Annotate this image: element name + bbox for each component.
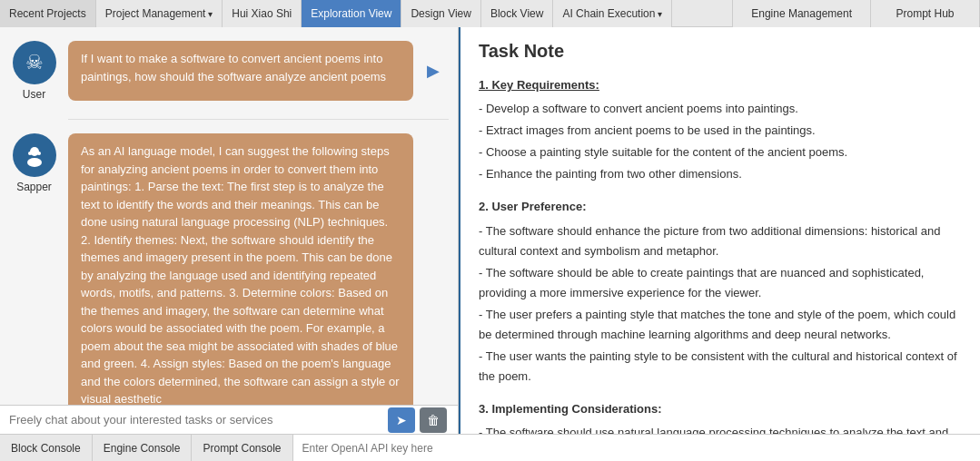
task-item-u3: - The user prefers a painting style that… <box>479 305 962 345</box>
chat-messages: ☠ User If I want to make a software to c… <box>0 27 458 405</box>
sapper-avatar <box>13 133 56 177</box>
scroll-arrow-container: ▶ <box>422 41 444 101</box>
task-section-requirements: 1. Key Requirements: - Develop a softwar… <box>479 75 962 184</box>
sapper-message-bubble: As an AI language model, I can suggest t… <box>68 133 413 405</box>
api-key-input[interactable] <box>293 435 981 462</box>
svg-point-0 <box>30 147 39 156</box>
svg-point-1 <box>27 158 42 167</box>
task-note-panel: Task Note 1. Key Requirements: - Develop… <box>459 27 980 434</box>
user-message-bubble: If I want to make a software to convert … <box>68 41 413 101</box>
task-section-user-preference-title: 2. User Preference: <box>479 197 962 217</box>
top-navigation: Recent Projects Project Management Hui X… <box>0 0 980 27</box>
task-item-u1: - The software should enhance the pictur… <box>479 221 962 261</box>
task-section-implementing-title: 3. Implementing Considerations: <box>479 399 962 419</box>
user-avatar: ☠ <box>13 41 56 84</box>
user-avatar-container: ☠ User <box>9 41 59 101</box>
scroll-arrow-icon[interactable]: ▶ <box>427 61 440 81</box>
task-section-user-preference: 2. User Preference: - The software shoul… <box>479 197 962 387</box>
tab-block-view[interactable]: Block View <box>481 0 553 27</box>
task-note-content: 1. Key Requirements: - Develop a softwar… <box>479 75 962 434</box>
chat-input[interactable] <box>9 413 449 427</box>
task-item-i1: - The software should use natural langua… <box>479 423 962 434</box>
user-label: User <box>23 88 45 101</box>
task-note-title: Task Note <box>479 41 962 62</box>
tab-hui-xiao-shi[interactable]: Hui Xiao Shi <box>223 0 302 27</box>
task-item-u4: - The user wants the painting style to b… <box>479 347 962 387</box>
sapper-message-row: Sapper As an AI language model, I can su… <box>9 133 449 405</box>
task-section-implementing: 3. Implementing Considerations: - The so… <box>479 399 962 434</box>
chat-input-buttons: ➤ 🗑 <box>388 407 447 433</box>
tab-recent-projects[interactable]: Recent Projects <box>0 0 96 27</box>
sapper-avatar-container: Sapper <box>9 133 59 405</box>
svg-point-2 <box>28 152 32 155</box>
task-item-r4: - Enhance the painting from two other di… <box>479 164 962 184</box>
user-icon: ☠ <box>25 51 44 74</box>
bottom-bar: Block Console Engine Console Prompt Cons… <box>0 434 980 461</box>
tab-engine-management[interactable]: Engine Management <box>733 0 871 27</box>
task-item-r3: - Choose a painting style suitable for t… <box>479 142 962 162</box>
tab-prompt-console[interactable]: Prompt Console <box>192 435 292 462</box>
svg-point-3 <box>37 152 41 155</box>
task-item-r2: - Extract images from ancient poems to b… <box>479 121 962 141</box>
main-content: ☠ User If I want to make a software to c… <box>0 27 980 434</box>
task-section-requirements-title: 1. Key Requirements: <box>479 75 962 95</box>
tab-engine-console[interactable]: Engine Console <box>93 435 193 462</box>
message-divider <box>68 119 449 120</box>
sapper-icon <box>22 142 47 168</box>
nav-tabs-right: Engine Management Prompt Hub <box>732 0 980 27</box>
tab-block-console[interactable]: Block Console <box>0 435 93 462</box>
nav-tabs-left: Recent Projects Project Management Hui X… <box>0 0 732 27</box>
chat-input-area: ➤ 🗑 <box>0 405 458 434</box>
send-button[interactable]: ➤ <box>388 407 415 433</box>
tab-exploration-view[interactable]: Exploration View <box>302 0 401 27</box>
sapper-label: Sapper <box>16 181 52 193</box>
tab-prompt-hub[interactable]: Prompt Hub <box>871 0 980 27</box>
tab-design-view[interactable]: Design View <box>401 0 480 27</box>
task-item-u2: - The software should be able to create … <box>479 263 962 303</box>
user-message-row: ☠ User If I want to make a software to c… <box>9 41 449 101</box>
task-item-r1: - Develop a software to convert ancient … <box>479 99 962 119</box>
delete-button[interactable]: 🗑 <box>420 407 447 433</box>
chat-panel: ☠ User If I want to make a software to c… <box>0 27 459 434</box>
tab-ai-chain-execution[interactable]: AI Chain Execution <box>553 0 672 27</box>
tab-project-management[interactable]: Project Management <box>96 0 223 27</box>
